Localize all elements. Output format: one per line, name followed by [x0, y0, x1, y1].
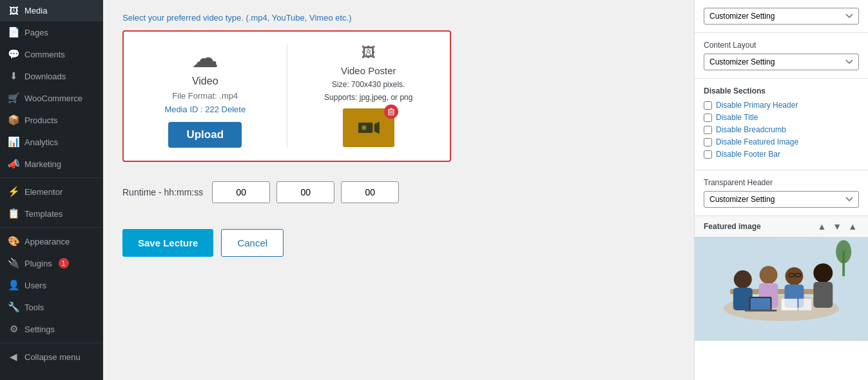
poster-support: Supports: jpg,jpeg, or png — [324, 93, 412, 102]
downloads-icon: ⬇ — [8, 70, 19, 82]
sidebar-item-label: Products — [24, 115, 57, 125]
sidebar-item-label: Collapse menu — [24, 352, 81, 362]
sidebar-item-collapse[interactable]: ◀ Collapse menu — [0, 346, 103, 368]
sidebar-item-settings[interactable]: ⚙ Settings — [0, 318, 103, 340]
disable-sections: Disable Sections Disable Primary Header … — [695, 79, 868, 170]
checkbox-row-footer-bar: Disable Footer Bar — [704, 150, 859, 159]
sidebar-item-users[interactable]: 👤 Users — [0, 274, 103, 296]
runtime-inputs — [212, 181, 399, 203]
sidebar-item-woocommerce[interactable]: 🛒 WooCommerce — [0, 87, 103, 109]
tools-icon: 🔧 — [8, 301, 19, 313]
sidebar-item-label: Marketing — [24, 159, 61, 169]
featured-image-svg — [695, 237, 868, 341]
settings-icon: ⚙ — [8, 323, 19, 335]
sidebar-item-label: Users — [24, 281, 46, 290]
disable-title-label[interactable]: Disable Title — [716, 113, 758, 122]
disable-primary-header-label[interactable]: Disable Primary Header — [716, 101, 798, 110]
plugins-icon: 🔌 — [8, 257, 19, 269]
content-layout-label: Content Layout — [704, 41, 859, 50]
sidebar-item-label: WooCommerce — [24, 94, 82, 103]
plugins-badge: 1 — [59, 258, 69, 268]
sidebar-item-comments[interactable]: 💬 Comments — [0, 43, 103, 65]
runtime-minutes-input[interactable] — [276, 181, 334, 203]
sidebar-item-label: Elementor — [24, 187, 63, 197]
svg-point-16 — [760, 266, 778, 284]
disable-breadcrumb-checkbox[interactable] — [704, 126, 712, 134]
disable-featured-image-label[interactable]: Disable Featured Image — [716, 137, 798, 146]
checkbox-row-primary-header: Disable Primary Header — [704, 101, 859, 110]
checkbox-row-breadcrumb: Disable Breadcrumb — [704, 125, 859, 134]
video-label: Video — [192, 75, 218, 87]
right-panel: Customizer Setting Content Layout Custom… — [694, 0, 868, 380]
featured-image-controls: ▲ ▼ ▲ — [815, 221, 859, 232]
users-icon: 👤 — [8, 279, 19, 291]
runtime-seconds-input[interactable] — [341, 181, 399, 203]
video-section: ☁ ⬆ Video File Format: .mp4 Media ID : 2… — [137, 45, 287, 148]
save-lecture-button[interactable]: Save Lecture — [122, 229, 213, 257]
sidebar-item-label: Media — [24, 6, 47, 15]
video-upload-box: ☁ ⬆ Video File Format: .mp4 Media ID : 2… — [122, 30, 451, 162]
top-layout-section: Customizer Setting — [695, 0, 868, 33]
sidebar-item-plugins[interactable]: 🔌 Plugins 1 — [0, 252, 103, 274]
svg-rect-29 — [798, 299, 811, 310]
svg-rect-28 — [782, 299, 798, 310]
sidebar-item-elementor[interactable]: ⚡ Elementor — [0, 181, 103, 203]
featured-image-down-button[interactable]: ▼ — [831, 221, 844, 232]
marketing-icon: 📣 — [8, 158, 19, 170]
sidebar-item-tools[interactable]: 🔧 Tools — [0, 296, 103, 318]
delete-link[interactable]: Delete — [222, 105, 246, 114]
content-layout-select[interactable]: Customizer Setting Full Width Boxed — [704, 54, 859, 70]
sidebar-item-label: Appearance — [24, 237, 70, 246]
templates-icon: 📋 — [8, 208, 19, 219]
disable-breadcrumb-label[interactable]: Disable Breadcrumb — [716, 125, 786, 134]
top-layout-select[interactable]: Customizer Setting — [704, 8, 859, 25]
featured-image-up-button[interactable]: ▲ — [815, 221, 828, 232]
elementor-icon: ⚡ — [8, 186, 19, 197]
disable-primary-header-checkbox[interactable] — [704, 101, 712, 110]
disable-footer-bar-checkbox[interactable] — [704, 150, 712, 159]
featured-image-expand-button[interactable]: ▲ — [846, 221, 859, 232]
disable-featured-image-checkbox[interactable] — [704, 138, 712, 146]
upload-button[interactable]: Upload — [168, 122, 242, 148]
disable-sections-title: Disable Sections — [704, 86, 859, 95]
disable-title-checkbox[interactable] — [704, 114, 712, 122]
disable-footer-bar-label[interactable]: Disable Footer Bar — [716, 150, 780, 159]
poster-thumbnail-wrapper — [343, 108, 394, 147]
featured-image-display — [695, 237, 868, 341]
featured-image-title: Featured image — [704, 222, 761, 231]
comments-icon: 💬 — [8, 48, 19, 60]
svg-point-4 — [362, 126, 365, 130]
sidebar-item-pages[interactable]: 📄 Pages — [0, 21, 103, 43]
runtime-row: Runtime - hh:mm:ss — [122, 181, 675, 203]
sidebar-item-analytics[interactable]: 📊 Analytics — [0, 131, 103, 153]
video-type-label: Select your preferred video type. (.mp4,… — [122, 13, 675, 23]
products-icon: 📦 — [8, 114, 19, 126]
sidebar-divider-3 — [0, 343, 103, 343]
svg-rect-27 — [745, 310, 777, 312]
cancel-button[interactable]: Cancel — [221, 229, 284, 257]
trash-icon — [388, 108, 394, 115]
svg-point-14 — [734, 270, 752, 288]
sidebar-item-label: Downloads — [24, 72, 66, 81]
sidebar-item-appearance[interactable]: 🎨 Appearance — [0, 230, 103, 252]
sidebar-item-label: Analytics — [24, 137, 58, 147]
content-layout-section: Content Layout Customizer Setting Full W… — [695, 33, 868, 79]
sidebar-item-downloads[interactable]: ⬇ Downloads — [0, 65, 103, 87]
poster-delete-button[interactable] — [384, 105, 398, 119]
svg-rect-24 — [813, 282, 833, 308]
runtime-hours-input[interactable] — [212, 181, 270, 203]
action-buttons: Save Lecture Cancel — [122, 229, 675, 257]
sidebar-item-media[interactable]: 🖼 Media — [0, 0, 103, 21]
upload-arrow-icon: ⬆ — [200, 56, 210, 70]
sidebar-item-label: Plugins — [24, 259, 52, 268]
sidebar-item-products[interactable]: 📦 Products — [0, 109, 103, 131]
sidebar-item-marketing[interactable]: 📣 Marketing — [0, 153, 103, 175]
sidebar-item-label: Tools — [24, 303, 44, 312]
appearance-icon: 🎨 — [8, 235, 19, 247]
transparent-header-select[interactable]: Customizer Setting — [704, 191, 859, 208]
sidebar-item-label: Pages — [24, 28, 48, 37]
sidebar-item-templates[interactable]: 📋 Templates — [0, 203, 103, 225]
poster-size: Size: 700x430 pixels. — [332, 80, 405, 89]
svg-rect-26 — [751, 298, 771, 310]
sidebar-item-label: Templates — [24, 209, 63, 219]
